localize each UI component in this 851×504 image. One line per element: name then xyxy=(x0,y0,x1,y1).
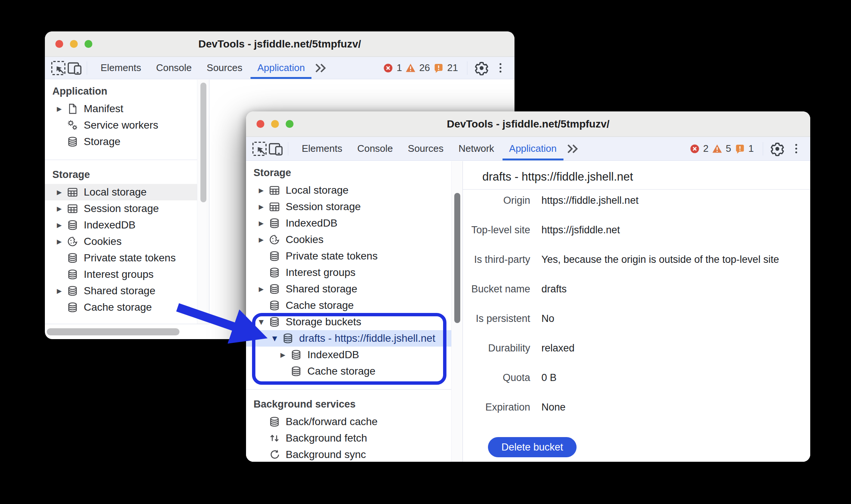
expander-right-icon[interactable]: ▶ xyxy=(57,188,67,196)
tree-item-indexeddb[interactable]: ▶IndexedDB xyxy=(246,347,451,363)
traffic-lights xyxy=(55,31,92,56)
detail-row-label: Expiration xyxy=(463,402,530,413)
tree-item-private-state-tokens[interactable]: Private state tokens xyxy=(246,248,451,264)
issue-badge[interactable]: 1 xyxy=(734,143,754,154)
tree-item-local-storage[interactable]: ▶Local storage xyxy=(45,184,197,200)
expander-right-icon[interactable]: ▶ xyxy=(259,236,268,243)
expander-right-icon[interactable]: ▶ xyxy=(57,105,67,113)
tree-item-label: Cache storage xyxy=(84,301,152,313)
tree-item-manifest[interactable]: ▶Manifest xyxy=(45,101,197,117)
inspect-icon[interactable] xyxy=(251,141,268,157)
tab-sources[interactable]: Sources xyxy=(400,137,451,160)
tree-item-indexeddb[interactable]: ▶IndexedDB xyxy=(246,215,451,231)
zoom-button[interactable] xyxy=(286,120,294,128)
tree-item-label: Service workers xyxy=(84,119,158,131)
tab-application[interactable]: Application xyxy=(502,137,564,160)
expander-right-icon[interactable]: ▶ xyxy=(259,219,268,227)
kebab-menu-icon[interactable] xyxy=(788,141,804,157)
tree-item-back-forward-cache[interactable]: Back/forward cache xyxy=(246,414,451,430)
close-button[interactable] xyxy=(256,120,264,128)
tree-item-indexeddb[interactable]: ▶IndexedDB xyxy=(45,217,197,233)
horizontal-scrollbar[interactable] xyxy=(47,328,179,335)
tab-network[interactable]: Network xyxy=(451,137,501,160)
tree-item-cache-storage[interactable]: Cache storage xyxy=(45,299,197,316)
warning-badge[interactable]: 26 xyxy=(405,62,430,74)
delete-bucket-button[interactable]: Delete bucket xyxy=(488,437,577,457)
expander-right-icon[interactable]: ▶ xyxy=(259,285,268,293)
tree-item-interest-groups[interactable]: Interest groups xyxy=(45,266,197,283)
tree-item-label: Storage xyxy=(84,136,120,148)
settings-gear-icon[interactable] xyxy=(473,60,490,76)
tab-elements[interactable]: Elements xyxy=(93,57,148,79)
tree-item-shared-storage[interactable]: ▶Shared storage xyxy=(45,283,197,299)
tree-item-cookies[interactable]: ▶Cookies xyxy=(246,231,451,248)
application-sidebar: Application▶ManifestService workersStora… xyxy=(45,80,197,324)
tree-item-cache-storage[interactable]: Cache storage xyxy=(246,363,451,379)
db-icon xyxy=(67,285,79,297)
tree-item-shared-storage[interactable]: ▶Shared storage xyxy=(246,281,451,297)
detail-row-value: Yes, because the origin is outside of th… xyxy=(541,254,779,265)
error-badge[interactable]: 1 xyxy=(383,62,402,74)
tree-item-label: Cookies xyxy=(84,236,122,248)
tree-item-storage[interactable]: Storage xyxy=(45,133,197,150)
tree-item-storage-buckets[interactable]: ▼Storage buckets xyxy=(246,314,451,330)
issue-badge[interactable]: 21 xyxy=(433,62,458,74)
expander-right-icon[interactable]: ▶ xyxy=(57,205,67,212)
expander-down-icon[interactable]: ▼ xyxy=(259,318,268,326)
expander-down-icon[interactable]: ▼ xyxy=(272,335,282,342)
window-title: DevTools - jsfiddle.net/5tmpfuzv/ xyxy=(246,118,810,130)
tree-item-drafts-https-fiddle-jshell-net[interactable]: ▼drafts - https://fiddle.jshell.net xyxy=(246,330,451,347)
expander-right-icon[interactable]: ▶ xyxy=(57,238,67,245)
sync-icon xyxy=(268,449,280,461)
zoom-button[interactable] xyxy=(85,40,92,48)
expander-right-icon[interactable]: ▶ xyxy=(280,351,290,359)
doc-icon xyxy=(67,103,79,115)
error-badge[interactable]: 2 xyxy=(689,143,709,154)
warning-badge[interactable]: 5 xyxy=(712,143,731,154)
detail-row-label: Is third-party xyxy=(463,254,530,265)
tree-item-cookies[interactable]: ▶Cookies xyxy=(45,233,197,250)
tree-item-private-state-tokens[interactable]: Private state tokens xyxy=(45,250,197,266)
tab-console[interactable]: Console xyxy=(350,137,400,160)
expander-right-icon[interactable]: ▶ xyxy=(57,221,67,229)
detail-row-value: No xyxy=(541,313,554,325)
tree-item-session-storage[interactable]: ▶Session storage xyxy=(45,200,197,217)
error-icon xyxy=(383,62,394,74)
tree-item-label: Private state tokens xyxy=(286,250,378,262)
detail-row-quota: Quota0 B xyxy=(463,363,801,393)
issue-icon xyxy=(433,62,444,74)
device-toolbar-icon[interactable] xyxy=(268,141,284,157)
tree-item-service-workers[interactable]: Service workers xyxy=(45,117,197,133)
vertical-scrollbar[interactable] xyxy=(454,193,460,323)
settings-gear-icon[interactable] xyxy=(769,141,786,157)
tree-item-local-storage[interactable]: ▶Local storage xyxy=(246,182,451,199)
tree-item-label: Cache storage xyxy=(286,299,354,311)
minimize-button[interactable] xyxy=(70,40,78,48)
tree-item-label: Storage buckets xyxy=(286,316,361,328)
inspect-icon[interactable] xyxy=(50,60,67,76)
detail-row-label: Is persistent xyxy=(463,313,530,325)
kebab-menu-icon[interactable] xyxy=(492,60,509,76)
device-toolbar-icon[interactable] xyxy=(67,60,83,76)
tree-item-session-storage[interactable]: ▶Session storage xyxy=(246,199,451,215)
minimize-button[interactable] xyxy=(271,120,279,128)
toolbar-right: 251 xyxy=(689,141,804,157)
more-tabs-icon[interactable] xyxy=(564,141,581,157)
expander-right-icon[interactable]: ▶ xyxy=(57,287,67,295)
tab-application[interactable]: Application xyxy=(250,57,312,79)
tab-sources[interactable]: Sources xyxy=(199,57,250,79)
expander-right-icon[interactable]: ▶ xyxy=(259,187,268,194)
close-button[interactable] xyxy=(55,40,63,48)
scrollbar-track xyxy=(198,80,209,324)
tree-item-background-sync[interactable]: Background sync xyxy=(246,446,451,462)
tab-console[interactable]: Console xyxy=(148,57,199,79)
tab-elements[interactable]: Elements xyxy=(294,137,350,160)
vertical-scrollbar[interactable] xyxy=(200,83,206,202)
more-tabs-icon[interactable] xyxy=(312,60,329,76)
tree-item-interest-groups[interactable]: Interest groups xyxy=(246,264,451,281)
expander-right-icon[interactable]: ▶ xyxy=(259,203,268,210)
tree-item-background-fetch[interactable]: Background fetch xyxy=(246,430,451,446)
detail-row-label: Bucket name xyxy=(463,283,530,295)
bucket-detail-title: drafts - https://fiddle.jshell.net xyxy=(482,166,803,188)
tree-item-cache-storage[interactable]: Cache storage xyxy=(246,297,451,314)
